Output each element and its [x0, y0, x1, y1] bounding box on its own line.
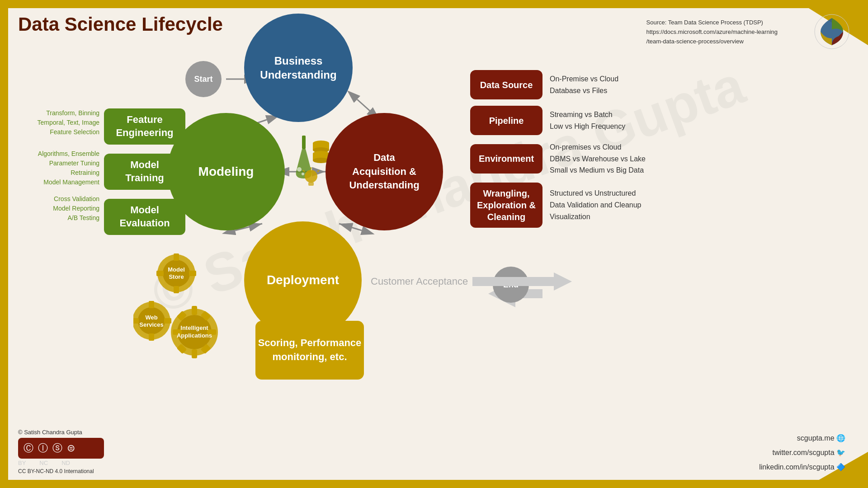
environment-text: On-premises vs CloudDBMS vs Warehouse vs…: [550, 141, 646, 176]
arrows-overlay: [0, 0, 868, 488]
right-box-environment: Environment On-premises vs CloudDBMS vs …: [470, 141, 710, 176]
customer-acceptance-arrow: [472, 270, 572, 293]
right-section: Data Source On-Premise vs CloudDatabase …: [470, 70, 710, 234]
svg-rect-20: [308, 182, 314, 186]
top-bar: [0, 0, 868, 8]
customer-acceptance-text: Customer Acceptance: [371, 276, 468, 287]
website-link: scgupta.me 🌐: [759, 431, 845, 446]
circle-data-acquisition: DataAcquisition &Understanding: [326, 113, 443, 230]
right-box-data-source: Data Source On-Premise vs CloudDatabase …: [470, 70, 710, 99]
bottom-bar: [0, 480, 868, 488]
svg-point-12: [302, 173, 304, 175]
svg-rect-50: [164, 318, 171, 324]
cc-license-label: CC BY-NC-ND 4.0 International: [18, 468, 104, 474]
svg-rect-39: [174, 253, 179, 261]
cc-license-box: Ⓒ Ⓘ ⓢ ⊜: [18, 438, 104, 459]
customer-acceptance-area: Customer Acceptance: [371, 270, 572, 293]
svg-point-11: [297, 167, 302, 172]
svg-rect-41: [156, 271, 164, 276]
label-model-training: Algorithms, EnsembleParameter TuningRetr…: [14, 149, 99, 187]
gear-group: Intelligent Applications Model Store Web…: [133, 246, 233, 375]
svg-rect-42: [189, 271, 196, 276]
data-source-text: On-Premise vs CloudDatabase vs Files: [550, 73, 618, 96]
right-box-pipeline: Pipeline Streaming vs BatchLow vs High F…: [470, 106, 710, 135]
label-feature-engineering: Transform, BinningTemporal, Text, ImageF…: [14, 108, 99, 137]
svg-text:Store: Store: [169, 273, 184, 280]
svg-marker-24: [472, 272, 572, 291]
svg-rect-28: [192, 349, 197, 358]
svg-rect-48: [149, 333, 154, 341]
label-model-evaluation: Cross ValidationModel ReportingA/B Testi…: [14, 194, 99, 223]
gears-svg: Intelligent Applications Model Store Web…: [133, 246, 233, 373]
svg-point-46: [138, 307, 165, 334]
svg-line-8: [339, 224, 362, 230]
box-model-evaluation: ModelEvaluation: [104, 199, 185, 235]
circle-business-understanding: BusinessUnderstanding: [244, 14, 353, 122]
svg-rect-49: [133, 318, 139, 324]
copyright-text: © Satish Chandra Gupta: [18, 429, 104, 436]
right-box-wrangling: Wrangling,Exploration &Cleaning Structur…: [470, 183, 710, 228]
cc-icons: Ⓒ Ⓘ ⓢ ⊜: [24, 441, 76, 455]
linkedin-link: linkedin.com/in/scgupta 🔷: [759, 460, 845, 474]
svg-rect-47: [149, 301, 154, 308]
svg-rect-40: [174, 286, 179, 293]
tdsp-logo: [814, 14, 850, 50]
start-node: Start: [185, 61, 222, 97]
svg-text:Model: Model: [168, 266, 185, 273]
svg-text:Web: Web: [145, 314, 157, 321]
svg-point-19: [305, 170, 317, 183]
box-feature-engineering: FeatureEngineering: [104, 108, 185, 145]
wrangling-label: Wrangling,Exploration &Cleaning: [470, 183, 542, 228]
svg-rect-27: [192, 306, 197, 315]
data-source-label: Data Source: [470, 70, 542, 99]
environment-label: Environment: [470, 144, 542, 174]
social-links: scgupta.me 🌐 twitter.com/scgupta 🐦 linke…: [759, 431, 845, 474]
svg-text:Services: Services: [139, 321, 164, 328]
svg-rect-10: [302, 136, 306, 149]
svg-text:Intelligent: Intelligent: [180, 324, 208, 331]
copyright-area: © Satish Chandra Gupta Ⓒ Ⓘ ⓢ ⊜ BYNCND CC…: [18, 429, 104, 474]
source-text: Source: Team Data Science Process (TDSP)…: [646, 18, 778, 46]
scoring-box: Scoring, Performance monitoring, etc.: [255, 321, 364, 380]
twitter-link: twitter.com/scgupta 🐦: [759, 446, 845, 460]
box-model-training: ModelTraining: [104, 154, 185, 190]
page-title: Data Science Lifecycle: [18, 14, 223, 35]
left-bar: [0, 0, 8, 488]
svg-line-22: [317, 170, 319, 172]
pipeline-label: Pipeline: [470, 106, 542, 135]
wrangling-text: Structured vs UnstructuredData Validatio…: [550, 188, 642, 222]
pipeline-text: Streaming vs BatchLow vs High Frequency: [550, 109, 625, 132]
svg-text:Applications: Applications: [177, 332, 212, 339]
